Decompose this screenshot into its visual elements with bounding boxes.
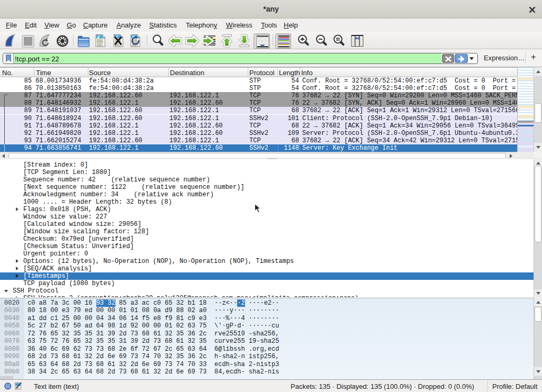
svg-text:0011: 0011 xyxy=(97,44,103,47)
